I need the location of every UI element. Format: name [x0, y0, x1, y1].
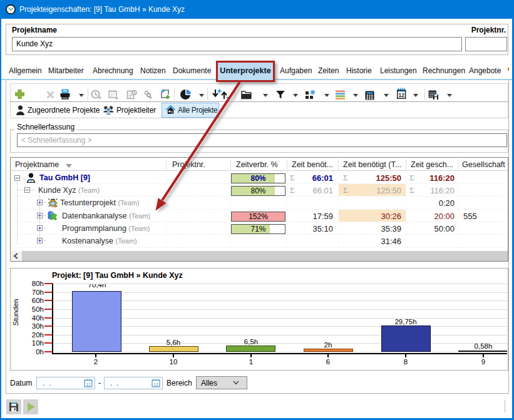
svg-text:12: 12	[86, 382, 91, 387]
svg-text:17: 17	[110, 93, 115, 97]
svg-text:12: 12	[399, 92, 405, 98]
svg-text:12: 12	[153, 382, 158, 387]
